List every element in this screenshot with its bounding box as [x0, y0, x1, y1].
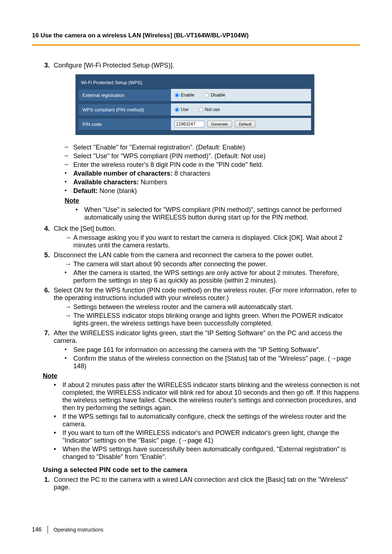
step-3-dash-1: –Select "Enable" for "External registrat…	[65, 144, 360, 151]
wps-field-pin-method: Use Not use	[171, 103, 311, 116]
step-3-bullet-2: •Available characters: Numbers	[65, 178, 360, 186]
page-header: 16 Use the camera on a wireless LAN [Wir…	[32, 32, 360, 39]
wps-panel-title: Wi-Fi Protected Setup (WPS)	[79, 78, 311, 89]
step-6: Select ON for the WPS function (PIN code…	[52, 287, 360, 327]
step-7-text: After the WIRELESS indicator lights gree…	[54, 329, 342, 344]
wps-field-external-registration: Enable Disable	[171, 89, 311, 101]
outer-note-4: •When the WPS settings have successfully…	[54, 446, 360, 461]
outer-note-2: •If the WPS settings fail to automatical…	[54, 413, 360, 428]
default-button[interactable]: Default	[235, 121, 256, 127]
page-number: 146	[32, 526, 42, 533]
step-3-bullet-1: •Available number of characters: 8 chara…	[65, 170, 360, 177]
radio-use[interactable]: Use	[175, 107, 188, 112]
step-3-note-heading: Note	[65, 197, 360, 205]
step-4-text: Click the [Set] button.	[54, 225, 116, 232]
step-3: Configure [Wi-Fi Protected Setup (WPS)].…	[52, 62, 360, 221]
step-3-dash-3: –Enter the wireless router's 8 digit PIN…	[65, 161, 360, 169]
step-4-arrow-1: →A message asking you if you want to res…	[65, 234, 360, 249]
subsection-list: Connect the PC to the camera with a wire…	[32, 476, 360, 491]
step-7: After the WIRELESS indicator lights gree…	[52, 329, 360, 370]
radio-enable-label: Enable	[181, 93, 194, 98]
wps-row-pin-method: WPS compliant (PIN method) Use Not use	[79, 103, 311, 116]
step-6-arrow-1: →Settings between the wireless router an…	[65, 303, 360, 311]
pin-code-input[interactable]	[175, 121, 204, 127]
header-rule	[32, 44, 360, 46]
radio-use-label: Use	[181, 107, 188, 112]
step-6-arrow-2: →The WIRELESS indicator stops blinking o…	[65, 312, 360, 327]
subsection-heading: Using a selected PIN code set to the cam…	[43, 466, 360, 474]
step-7-bullet-1: •See page 161 for information on accessi…	[65, 346, 360, 354]
step-list: Configure [Wi-Fi Protected Setup (WPS)].…	[32, 62, 360, 370]
outer-note-heading: Note	[43, 372, 360, 380]
step-6-sublist: →Settings between the wireless router an…	[54, 303, 360, 327]
radio-not-use-label: Not use	[205, 107, 220, 112]
radio-disable[interactable]: Disable	[204, 93, 225, 98]
radio-enable-input[interactable]	[175, 93, 179, 98]
step-4: Click the [Set] button. →A message askin…	[52, 225, 360, 249]
sub-step-1: Connect the PC to the camera with a wire…	[52, 476, 360, 491]
step-3-bullet-3: •Default: None (blank)	[65, 187, 360, 195]
page-footer: 146 Operating Instructions	[32, 526, 103, 534]
step-3-note-list: •When "Use" is selected for "WPS complia…	[54, 206, 360, 221]
step-5: Disconnect the LAN cable from the camera…	[52, 251, 360, 284]
step-5-bullet-1: •After the camera is started, the WPS se…	[65, 269, 360, 284]
step-4-sublist: →A message asking you if you want to res…	[54, 234, 360, 249]
step-5-sublist: →The camera will start about 90 seconds …	[54, 260, 360, 284]
step-7-bullet-2: •Confirm the status of the wireless conn…	[65, 355, 360, 370]
wps-row-external-registration: External registration Enable Disable	[79, 89, 311, 101]
footer-label: Operating Instructions	[54, 527, 103, 533]
footer-separator	[48, 526, 48, 534]
step-7-sublist: •See page 161 for information on accessi…	[54, 346, 360, 370]
step-3-note-1: •When "Use" is selected for "WPS complia…	[75, 206, 360, 221]
step-5-arrow-1: →The camera will start about 90 seconds …	[65, 260, 360, 268]
wps-panel: Wi-Fi Protected Setup (WPS) External reg…	[75, 74, 314, 135]
generate-button[interactable]: Generate	[207, 121, 232, 127]
sub-step-1-text: Connect the PC to the camera with a wire…	[54, 476, 348, 491]
radio-disable-input[interactable]	[204, 93, 209, 98]
outer-note-3: •If you want to turn off the WIRELESS in…	[54, 429, 360, 444]
radio-not-use[interactable]: Not use	[199, 107, 220, 112]
step-3-text: Configure [Wi-Fi Protected Setup (WPS)].	[54, 62, 174, 69]
step-3-dash-2: –Select "Use" for "WPS compliant (PIN me…	[65, 152, 360, 160]
wps-field-pin-code: Generate Default	[171, 118, 311, 130]
outer-note-list: •If about 2 minutes pass after the WIREL…	[32, 381, 360, 461]
radio-enable[interactable]: Enable	[175, 93, 194, 98]
radio-use-input[interactable]	[175, 107, 179, 112]
wps-label-external-registration: External registration	[79, 90, 171, 101]
step-6-text: Select ON for the WPS function (PIN code…	[54, 287, 356, 301]
wps-label-pin-code: PIN code	[79, 119, 171, 130]
radio-not-use-input[interactable]	[199, 107, 203, 112]
outer-note-1: •If about 2 minutes pass after the WIREL…	[54, 381, 360, 412]
step-5-text: Disconnect the LAN cable from the camera…	[54, 251, 313, 259]
step-3-sublist: –Select "Enable" for "External registrat…	[54, 144, 360, 195]
radio-disable-label: Disable	[211, 93, 225, 98]
wps-label-pin-method: WPS compliant (PIN method)	[79, 104, 171, 115]
wps-row-pin-code: PIN code Generate Default	[79, 118, 311, 130]
